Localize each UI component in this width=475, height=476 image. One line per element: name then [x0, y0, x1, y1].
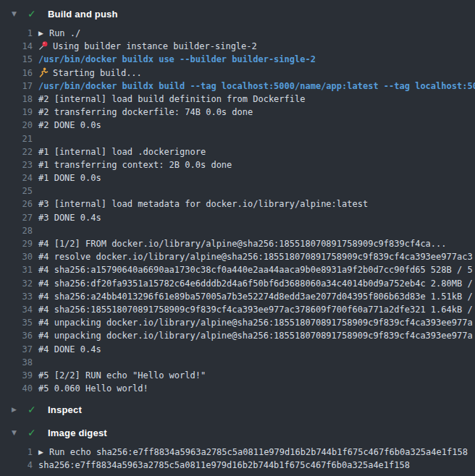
log-line-number[interactable]: 35: [0, 316, 33, 329]
log-line-text: ▶Run echo sha256:e7ff8834a5963a2785c5a08…: [38, 446, 468, 459]
log-line: 31 #4 sha256:a15790640a6690aa1730c38cf0a…: [0, 263, 475, 276]
log-line-text: /usr/bin/docker buildx use --builder bui…: [38, 53, 316, 66]
log-line-number[interactable]: 40: [0, 382, 33, 395]
log-line-number[interactable]: 22: [0, 145, 33, 158]
log-line-number[interactable]: 15: [0, 53, 33, 66]
log-line: 35 #4 unpacking docker.io/library/alpine…: [0, 316, 475, 329]
run-expand-icon[interactable]: ▶: [38, 27, 43, 40]
runner-icon: [38, 67, 49, 77]
log-line-number[interactable]: 25: [0, 184, 33, 197]
log-line: 34 #4 sha256:185518070891758909c9f839cf4…: [0, 303, 475, 316]
log-line: 1 ▶Run echo sha256:e7ff8834a5963a2785c5a…: [0, 446, 475, 459]
log-line-number[interactable]: 26: [0, 197, 33, 211]
log-section: ▼ ✓ Image digest 1 ▶Run echo sha256:e7ff…: [0, 422, 475, 474]
log-line-text: #1 [internal] load .dockerignore: [38, 145, 206, 158]
log-line-number[interactable]: 36: [0, 329, 33, 342]
log-line-number[interactable]: 16: [0, 67, 33, 80]
success-check-icon: ✓: [28, 8, 39, 20]
log-line-text: #3 [internal] load metadata for docker.i…: [38, 197, 368, 211]
log-line-number[interactable]: 17: [0, 80, 33, 93]
log-line-number[interactable]: 14: [0, 40, 33, 53]
log-line: 37 #4 DONE 0.4s: [0, 343, 475, 356]
log-line-text: ▶Run ./: [38, 27, 80, 40]
log-line-text: #2 DONE 0.0s: [38, 119, 101, 132]
log-line-number[interactable]: 20: [0, 119, 33, 132]
section-log-lines: 1 ▶Run ./ 14 Using builder instance buil…: [0, 25, 475, 397]
log-line-number[interactable]: 21: [0, 132, 33, 145]
log-line-text: #2 [internal] load build definition from…: [38, 93, 305, 106]
log-line-number[interactable]: 24: [0, 171, 33, 184]
log-line: 40 #5 0.060 Hello world!: [0, 382, 475, 395]
log-line: 38: [0, 356, 475, 369]
log-line: 32 #4 sha256:df20fa9351a15782c64e6dddb2d…: [0, 277, 475, 290]
log-line-text: sha256:e7ff8834a5963a2785c5a0811e979d16b…: [38, 459, 410, 472]
log-line: 1 ▶Run ./: [0, 27, 475, 40]
log-line-text: #4 [1/2] FROM docker.io/library/alpine@s…: [38, 237, 447, 250]
log-line: 14 Using builder instance builder-single…: [0, 40, 475, 53]
log-line: 22 #1 [internal] load .dockerignore: [0, 145, 475, 158]
log-line: 21: [0, 132, 475, 145]
log-line-number[interactable]: 28: [0, 224, 33, 237]
log-line: 33 #4 sha256:a24bb4013296f61e89ba57005a7…: [0, 290, 475, 303]
success-check-icon: ✓: [28, 404, 39, 415]
log-line-number[interactable]: 31: [0, 263, 33, 276]
log-line-number[interactable]: 23: [0, 158, 33, 171]
log-line-text: #1 transferring context: 2B 0.0s done: [38, 158, 232, 171]
log-line-text: #1 DONE 0.0s: [38, 171, 101, 184]
log-line-text: /usr/bin/docker buildx build --tag local…: [38, 80, 475, 93]
log-line-number[interactable]: 38: [0, 356, 33, 369]
log-line-number[interactable]: 1: [0, 27, 33, 40]
log-line-text: #4 sha256:185518070891758909c9f839cf4ca3…: [38, 303, 473, 316]
log-line-number[interactable]: 39: [0, 369, 33, 382]
log-line-number[interactable]: 29: [0, 237, 33, 250]
log-line: 16 Starting build...: [0, 67, 475, 80]
log-line-number[interactable]: 32: [0, 277, 33, 290]
log-line-number[interactable]: 27: [0, 211, 33, 224]
section-log-lines: 1 ▶Run echo sha256:e7ff8834a5963a2785c5a…: [0, 443, 475, 474]
log-line: 28: [0, 224, 475, 237]
log-line-number[interactable]: 18: [0, 93, 33, 106]
log-line: 23 #1 transferring context: 2B 0.0s done: [0, 158, 475, 171]
log-line-text: #5 0.060 Hello world!: [38, 382, 148, 395]
section-title: Build and push: [48, 9, 118, 20]
chevron-down-icon[interactable]: ▼: [12, 429, 20, 436]
log-line: 27 #3 DONE 0.4s: [0, 211, 475, 224]
run-expand-icon[interactable]: ▶: [38, 446, 43, 459]
success-check-icon: ✓: [28, 427, 39, 438]
chevron-right-icon[interactable]: ▶: [12, 406, 20, 413]
log-line: 4 sha256:e7ff8834a5963a2785c5a0811e979d1…: [0, 459, 475, 472]
section-header[interactable]: ▼ ✓ Build and push: [0, 3, 475, 25]
chevron-down-icon[interactable]: ▼: [12, 10, 20, 17]
log-line: 26 #3 [internal] load metadata for docke…: [0, 197, 475, 211]
log-line-number[interactable]: 37: [0, 343, 33, 356]
section-header[interactable]: ▼ ✓ Image digest: [0, 422, 475, 443]
log-line-text: #2 transferring dockerfile: 74B 0.0s don…: [38, 106, 253, 119]
log-line-text: #4 resolve docker.io/library/alpine@sha2…: [38, 250, 473, 263]
log-line-text: #3 DONE 0.4s: [38, 211, 101, 224]
log-line: 36 #4 unpacking docker.io/library/alpine…: [0, 329, 475, 342]
log-line: 15 /usr/bin/docker buildx use --builder …: [0, 53, 475, 66]
log-line-number[interactable]: 30: [0, 250, 33, 263]
log-line-number[interactable]: 19: [0, 106, 33, 119]
log-line: 20 #2 DONE 0.0s: [0, 119, 475, 132]
log-line-text: #4 sha256:a15790640a6690aa1730c38cf0a440…: [38, 263, 473, 276]
log-line: 29 #4 [1/2] FROM docker.io/library/alpin…: [0, 237, 475, 250]
workflow-log-viewer: ▼ ✓ Build and push 1 ▶Run ./ 14 Using bu…: [0, 0, 475, 476]
log-line-number[interactable]: 1: [0, 446, 33, 459]
log-line-text: Using builder instance builder-single-2: [38, 40, 257, 53]
log-line-number[interactable]: 4: [0, 459, 33, 472]
section-header[interactable]: ▶ ✓ Inspect: [0, 399, 475, 420]
log-line-number[interactable]: 33: [0, 290, 33, 303]
log-line-text: Starting build...: [38, 67, 142, 80]
log-line-number[interactable]: 34: [0, 303, 33, 316]
log-line-text: #5 [2/2] RUN echo "Hello world!": [38, 369, 206, 382]
pushpin-icon: [38, 41, 49, 51]
log-line-text: #4 sha256:df20fa9351a15782c64e6dddb2d4a6…: [38, 277, 473, 290]
section-title: Image digest: [48, 428, 107, 438]
log-line-text: #4 DONE 0.4s: [38, 343, 101, 356]
log-line-text: #4 sha256:a24bb4013296f61e89ba57005a7b3e…: [38, 290, 473, 303]
log-section: ▶ ✓ Inspect: [0, 399, 475, 420]
log-sections: ▼ ✓ Build and push 1 ▶Run ./ 14 Using bu…: [0, 3, 475, 475]
log-line: 19 #2 transferring dockerfile: 74B 0.0s …: [0, 106, 475, 119]
log-line: 39 #5 [2/2] RUN echo "Hello world!": [0, 369, 475, 382]
